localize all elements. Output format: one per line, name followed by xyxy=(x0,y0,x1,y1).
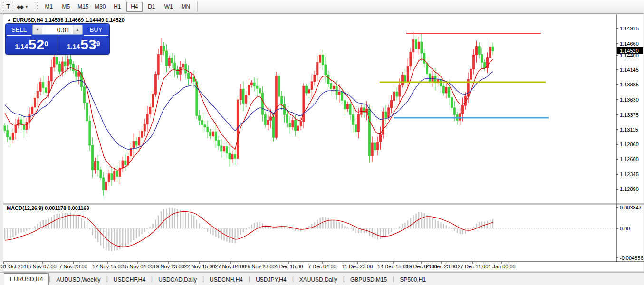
candle-body xyxy=(484,62,486,68)
time-axis-label: 14 Dec 15:00 xyxy=(377,264,408,269)
candle-body xyxy=(42,82,44,88)
candle-body xyxy=(423,53,425,64)
candle-body xyxy=(108,174,110,182)
volume-decrease-button[interactable]: ▼ xyxy=(33,25,42,34)
candle-body xyxy=(407,66,409,82)
chart-tab-sp500-h1[interactable]: SP500,H1 xyxy=(394,275,432,285)
candle-body xyxy=(204,125,206,127)
chart-tab-audusd-weekly[interactable]: AUDUSD,Weekly xyxy=(50,275,106,285)
candle-body xyxy=(388,108,390,117)
candle-body xyxy=(492,47,494,51)
candle-body xyxy=(300,122,302,126)
candle-body xyxy=(125,161,126,164)
price-axis-label: 1.12345 xyxy=(620,171,639,177)
chart-tab-usdcnh-h4[interactable]: USDCNH,H4 xyxy=(204,275,249,285)
buy-price-display[interactable]: 1.14 53 9 xyxy=(58,36,110,52)
candle-body xyxy=(105,182,107,190)
candle-body xyxy=(379,134,381,142)
time-axis-label: 7 Dec 04:00 xyxy=(308,264,336,269)
candle-body xyxy=(445,87,447,93)
candle-body xyxy=(489,47,491,58)
sell-button[interactable]: SELL xyxy=(7,25,31,36)
time-axis-label: 22 Nov 15:00 xyxy=(184,264,215,269)
candle-body xyxy=(103,178,105,190)
candle-body xyxy=(26,122,28,130)
time-axis-label: 11 Dec 23:00 xyxy=(342,264,373,269)
candle-body xyxy=(349,104,351,115)
buy-price-pip: 9 xyxy=(96,36,100,52)
chart-tab-xauusd-daily[interactable]: XAUUSD,Daily xyxy=(294,275,343,285)
candle-body xyxy=(92,145,94,170)
candle-body xyxy=(374,143,376,150)
volume-input[interactable]: 0.01 xyxy=(42,25,73,34)
candle-body xyxy=(478,47,480,55)
candle-body xyxy=(314,75,316,82)
candle-body xyxy=(229,153,231,159)
volume-increase-button[interactable]: ▲ xyxy=(73,25,82,34)
candle-body xyxy=(135,142,137,145)
time-axis-label: 27 Dec 11:00 xyxy=(458,264,489,269)
candle-body xyxy=(327,75,329,84)
candle-body xyxy=(221,146,222,151)
time-axis-label: 5 Nov 07:00 xyxy=(28,264,56,269)
volume-stepper: ▼ 0.01 ▲ xyxy=(32,25,83,35)
one-click-trading-panel: SELL ▼ 0.01 ▲ BUY 1.14 52 0 1.14 53 9 xyxy=(5,23,110,55)
sell-price-prefix: 1.14 xyxy=(15,42,28,51)
price-axis-label: 1.13375 xyxy=(620,112,639,118)
chart-tab-usdcad-daily[interactable]: USDCAD,Daily xyxy=(153,275,202,285)
candle-body xyxy=(69,59,71,64)
time-axis-label: 27 Nov 04:00 xyxy=(215,264,246,269)
candle-body xyxy=(308,90,310,93)
price-axis-label: 1.13115 xyxy=(620,127,638,133)
buy-button[interactable]: BUY xyxy=(84,25,108,36)
candle-body xyxy=(237,100,239,158)
candle-body xyxy=(451,97,453,108)
candle-body xyxy=(240,89,241,100)
chart-tab-usdjpy-h4[interactable]: USDJPY,H4 xyxy=(250,275,292,285)
candle-body xyxy=(253,83,255,86)
candle-body xyxy=(459,114,461,120)
chart-tab-eurusd-h4[interactable]: EURUSD,H4 xyxy=(4,273,49,285)
candle-body xyxy=(295,120,297,131)
time-axis-label: 15 Nov 04:00 xyxy=(122,264,153,269)
candle-body xyxy=(292,120,294,127)
candle-body xyxy=(210,132,211,136)
candle-body xyxy=(473,55,475,69)
candle-body xyxy=(7,131,9,137)
candle-body xyxy=(215,132,217,140)
symbol-up-arrow-icon: ▲ xyxy=(7,18,11,22)
candle-body xyxy=(160,46,162,54)
price-axis-label: 1.13885 xyxy=(620,82,639,87)
candle-body xyxy=(410,52,412,66)
candle-body xyxy=(10,137,11,140)
candle-body xyxy=(37,91,38,98)
candle-body xyxy=(272,117,274,137)
chart-tab-gbpusd-m15[interactable]: GBPUSD,M15 xyxy=(345,275,393,285)
candle-body xyxy=(75,71,77,76)
candle-body xyxy=(368,109,370,155)
candle-body xyxy=(64,62,66,66)
candle-body xyxy=(223,146,225,151)
candle-body xyxy=(442,86,444,93)
candle-body xyxy=(78,73,80,76)
candle-body xyxy=(163,46,165,51)
candle-body xyxy=(404,75,406,82)
sell-price-display[interactable]: 1.14 52 0 xyxy=(6,36,58,52)
candle-body xyxy=(34,98,36,107)
candle-body xyxy=(234,154,236,158)
candle-body xyxy=(325,65,327,75)
candle-body xyxy=(171,58,173,63)
candle-body xyxy=(39,82,41,91)
candle-body xyxy=(261,93,263,114)
candle-body xyxy=(319,55,321,63)
candle-body xyxy=(278,76,280,96)
candle-body xyxy=(149,107,151,114)
chart-ohlc-values: 1.14596 1.14669 1.14449 1.14520 xyxy=(45,17,125,23)
candle-body xyxy=(256,86,258,88)
candle-body xyxy=(286,114,288,123)
candle-body xyxy=(333,86,335,89)
price-axis-label: 1.14660 xyxy=(620,41,639,47)
chart-tab-usdchf-h4[interactable]: USDCHF,H4 xyxy=(108,275,151,285)
time-axis-label: 19 Nov 23:00 xyxy=(153,264,184,269)
candle-body xyxy=(72,64,74,71)
